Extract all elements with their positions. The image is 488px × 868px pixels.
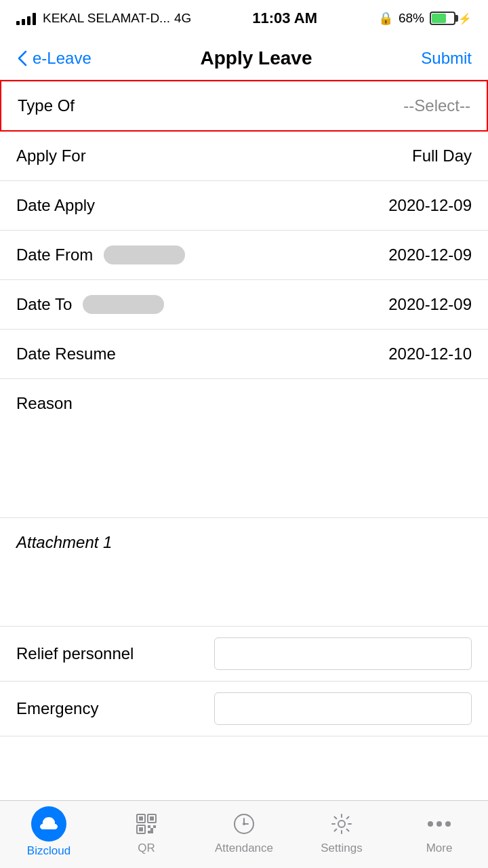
signal-bars — [16, 12, 36, 25]
qr-icon — [131, 809, 161, 839]
tab-bizcloud[interactable]: Bizcloud — [0, 801, 98, 868]
date-apply-label: Date Apply — [16, 196, 95, 215]
svg-rect-3 — [139, 816, 143, 821]
date-to-value: 2020-12-09 — [388, 295, 472, 314]
attachment-section: Attachment 1 — [0, 518, 488, 627]
emergency-row: Emergency — [0, 682, 488, 736]
date-to-label: Date To — [16, 295, 72, 314]
date-from-value: 2020-12-09 — [388, 245, 472, 264]
emergency-label: Emergency — [16, 699, 98, 718]
svg-rect-9 — [148, 831, 150, 833]
date-to-left: Date To — [16, 295, 164, 314]
date-apply-value: 2020-12-09 — [388, 196, 472, 215]
relief-personnel-row: Relief personnel — [0, 627, 488, 682]
reason-header: Reason — [0, 379, 488, 420]
svg-point-11 — [243, 823, 245, 825]
svg-rect-4 — [150, 816, 154, 821]
tab-bar: Bizcloud QR — [0, 800, 488, 868]
status-left: KEKAL SELAMAT-D... 4G — [16, 11, 191, 26]
apply-for-label: Apply For — [16, 146, 86, 165]
status-time: 11:03 AM — [252, 9, 317, 27]
svg-rect-7 — [153, 825, 156, 828]
date-from-left: Date From — [16, 245, 185, 264]
type-of-row[interactable]: Type Of --Select-- — [0, 80, 488, 132]
battery-icon: ⚡ — [430, 12, 472, 25]
lock-icon: 🔒 — [378, 11, 393, 26]
tab-settings[interactable]: Settings — [293, 801, 390, 868]
date-from-row[interactable]: Date From 2020-12-09 — [0, 231, 488, 280]
bizcloud-icon — [31, 806, 66, 842]
attachment-label: Attachment 1 — [16, 533, 112, 551]
tab-more[interactable]: More — [390, 801, 488, 868]
apply-for-value: Full Day — [412, 146, 472, 165]
back-button[interactable]: e-Leave — [16, 49, 92, 68]
nav-bar: e-Leave Apply Leave Submit — [0, 37, 488, 80]
svg-point-12 — [338, 821, 345, 827]
reason-section: Reason — [0, 379, 488, 518]
tab-attendance[interactable]: Attendance — [195, 801, 293, 868]
network-text: 4G — [174, 11, 191, 26]
date-resume-row[interactable]: Date Resume 2020-12-10 — [0, 330, 488, 379]
form-content: Type Of --Select-- Apply For Full Day Da… — [0, 80, 488, 800]
tab-more-label: More — [426, 842, 453, 855]
date-to-slider[interactable] — [83, 295, 164, 314]
svg-rect-8 — [150, 828, 153, 833]
tab-qr-label: QR — [138, 842, 155, 855]
tab-bizcloud-label: Bizcloud — [27, 844, 70, 858]
reason-input[interactable] — [0, 420, 488, 515]
submit-button[interactable]: Submit — [421, 49, 472, 68]
more-icon — [428, 809, 451, 839]
date-resume-value: 2020-12-10 — [388, 344, 472, 363]
tab-attendance-label: Attendance — [215, 842, 273, 855]
date-resume-label: Date Resume — [16, 344, 116, 363]
carrier-text: KEKAL SELAMAT-D... — [43, 11, 170, 26]
status-bar: KEKAL SELAMAT-D... 4G 11:03 AM 🔒 68% ⚡ — [0, 0, 488, 37]
reason-label: Reason — [16, 394, 73, 412]
type-of-label: Type Of — [18, 96, 75, 115]
date-from-slider[interactable] — [104, 245, 185, 264]
battery-percent: 68% — [399, 11, 424, 26]
svg-rect-5 — [139, 827, 143, 831]
relief-personnel-label: Relief personnel — [16, 644, 134, 663]
date-from-label: Date From — [16, 245, 93, 264]
type-of-value: --Select-- — [403, 96, 470, 115]
tab-qr[interactable]: QR — [98, 801, 195, 868]
page-title: Apply Leave — [201, 47, 312, 69]
relief-personnel-input[interactable] — [214, 637, 472, 670]
svg-rect-6 — [148, 825, 150, 828]
apply-for-row[interactable]: Apply For Full Day — [0, 132, 488, 181]
date-to-row[interactable]: Date To 2020-12-09 — [0, 280, 488, 330]
attendance-icon — [229, 809, 259, 839]
back-label: e-Leave — [33, 49, 92, 68]
settings-icon — [327, 809, 357, 839]
tab-settings-label: Settings — [321, 842, 362, 855]
date-apply-row[interactable]: Date Apply 2020-12-09 — [0, 181, 488, 231]
emergency-input[interactable] — [214, 692, 472, 725]
charging-icon: ⚡ — [458, 12, 472, 25]
status-right: 🔒 68% ⚡ — [378, 11, 472, 26]
